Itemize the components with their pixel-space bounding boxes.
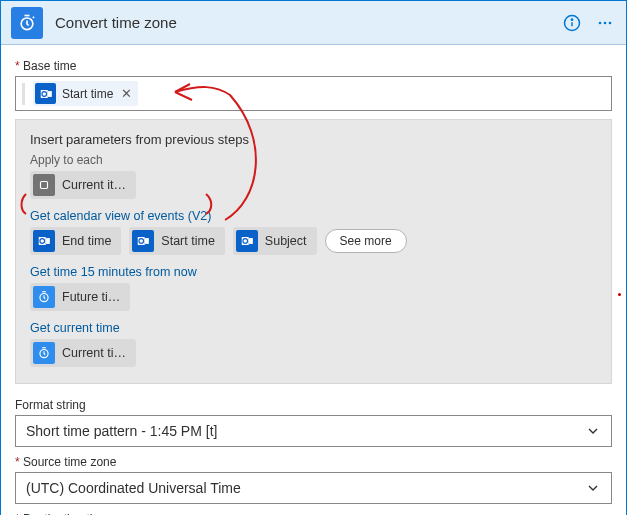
svg-rect-9 <box>47 91 51 97</box>
svg-rect-16 <box>145 238 149 244</box>
svg-point-3 <box>571 19 572 20</box>
chip-label: Future ti… <box>62 290 120 304</box>
chevron-down-icon <box>585 423 601 439</box>
card-title: Convert time zone <box>55 14 562 31</box>
outlook-icon <box>33 230 55 252</box>
chip-start-time[interactable]: Start time <box>129 227 225 255</box>
current-time-label: Get current time <box>30 321 597 335</box>
token-remove-icon[interactable]: ✕ <box>119 87 132 100</box>
chip-current-time[interactable]: Current ti… <box>30 339 136 367</box>
dynamic-content-panel: Insert parameters from previous steps Ap… <box>15 119 612 384</box>
apply-to-each-label: Apply to each <box>30 153 597 167</box>
chip-label: Subject <box>265 234 307 248</box>
source-tz-select[interactable]: (UTC) Coordinated Universal Time <box>15 472 612 504</box>
chip-label: End time <box>62 234 111 248</box>
token-start-time[interactable]: Start time ✕ <box>33 81 138 106</box>
chip-label: Current ti… <box>62 346 126 360</box>
chip-future-time[interactable]: Future ti… <box>30 283 130 311</box>
header-actions <box>562 13 616 33</box>
format-string-label: Format string <box>15 398 612 412</box>
calendar-section-label: Get calendar view of events (V2) <box>30 209 597 223</box>
future-time-label: Get time 15 minutes from now <box>30 265 597 279</box>
card-body: Base time Start time ✕ Insert parameters… <box>1 45 626 515</box>
base-time-input[interactable]: Start time ✕ <box>15 76 612 111</box>
chip-label: Start time <box>161 234 215 248</box>
svg-point-5 <box>604 21 607 24</box>
source-tz-label: Source time zone <box>15 455 612 469</box>
chip-label: Current it… <box>62 178 126 192</box>
svg-rect-19 <box>249 238 253 244</box>
panel-title: Insert parameters from previous steps <box>30 132 597 147</box>
svg-point-6 <box>609 21 612 24</box>
info-icon[interactable] <box>562 13 582 33</box>
clock-icon <box>33 286 55 308</box>
chevron-down-icon <box>585 480 601 496</box>
format-string-select[interactable]: Short time pattern - 1:45 PM [t] <box>15 415 612 447</box>
outlook-icon <box>236 230 258 252</box>
select-value: Short time pattern - 1:45 PM [t] <box>26 423 217 439</box>
field-source-tz: Source time zone (UTC) Coordinated Unive… <box>15 455 612 504</box>
outlook-icon <box>132 230 154 252</box>
loop-icon <box>33 174 55 196</box>
svg-rect-13 <box>46 238 50 244</box>
card-header: Convert time zone <box>1 1 626 45</box>
action-card: Convert time zone Base time Start time ✕ <box>0 0 627 515</box>
see-more-button[interactable]: See more <box>325 229 407 253</box>
annotation-dot <box>618 293 621 296</box>
outlook-icon <box>35 83 56 104</box>
more-icon[interactable] <box>594 13 616 33</box>
clock-icon <box>33 342 55 364</box>
base-time-label: Base time <box>15 59 612 73</box>
chip-end-time[interactable]: End time <box>30 227 121 255</box>
chip-current-item[interactable]: Current it… <box>30 171 136 199</box>
select-value: (UTC) Coordinated Universal Time <box>26 480 241 496</box>
chip-subject[interactable]: Subject <box>233 227 317 255</box>
token-label: Start time <box>62 87 113 101</box>
input-cursor-bar <box>22 83 25 105</box>
svg-point-4 <box>599 21 602 24</box>
field-base-time: Base time Start time ✕ <box>15 59 612 111</box>
action-icon <box>11 7 43 39</box>
svg-rect-10 <box>41 182 48 189</box>
field-format-string: Format string Short time pattern - 1:45 … <box>15 398 612 447</box>
